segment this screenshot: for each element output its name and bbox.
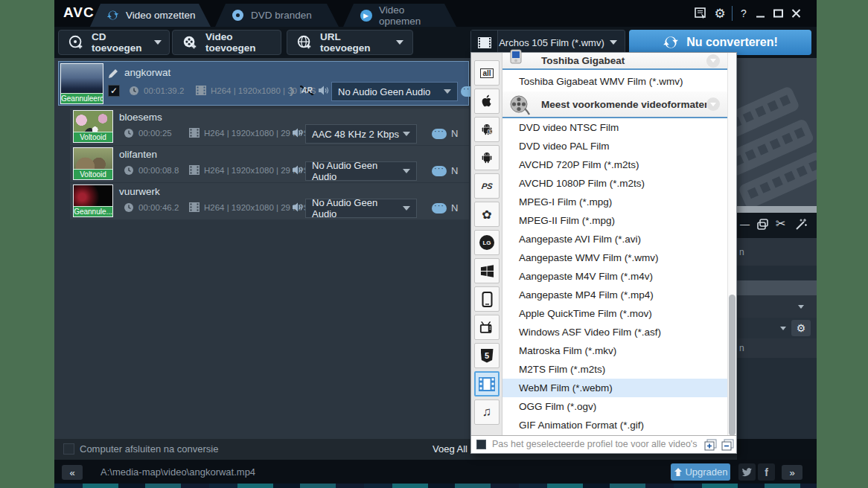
- format-option[interactable]: Aangepaste MP4 Film (*.mp4): [502, 286, 727, 304]
- select-checkbox[interactable]: ✓: [108, 85, 120, 97]
- expand-right-button[interactable]: »: [782, 465, 802, 480]
- tab-dvd-branden[interactable]: DVD branden: [215, 4, 339, 27]
- globe-plus-icon: [296, 34, 313, 51]
- apply-all-checkbox[interactable]: [476, 440, 486, 449]
- upgrade-button[interactable]: Upgraden: [671, 463, 730, 481]
- filter-samsung-android[interactable]: S: [474, 117, 500, 142]
- audio-track-dropdown[interactable]: No Audio Geen Audio: [305, 199, 417, 218]
- help-button[interactable]: ?: [736, 7, 751, 20]
- format-option[interactable]: Aangepaste AVI Film (*.avi): [502, 230, 727, 248]
- android-icon: [479, 150, 494, 166]
- output-panel: — ✂ n ⚙ n: [737, 58, 817, 439]
- voeg-all-label[interactable]: Voeg All: [433, 443, 467, 455]
- close-button[interactable]: [788, 7, 803, 20]
- clock-icon: [124, 128, 134, 138]
- panel-row-dropdown[interactable]: [737, 295, 817, 318]
- facebook-button[interactable]: f: [758, 463, 775, 481]
- format-option[interactable]: MPEG-II Film (*.mpg): [502, 211, 727, 230]
- format-option[interactable]: OGG Film (*.ogv): [502, 397, 727, 416]
- format-option[interactable]: AVCHD 1080P Film (*.m2ts): [502, 174, 727, 193]
- scrollbar-thumb[interactable]: [729, 295, 735, 436]
- video-row-olifanten[interactable]: Voltooid olifanten 00:00:08.8 H264 | 192…: [70, 146, 469, 182]
- filter-huawei[interactable]: ✿: [474, 202, 500, 227]
- minus-icon[interactable]: —: [740, 219, 750, 230]
- filter-lg[interactable]: LG: [474, 230, 500, 255]
- group-header-toshiba[interactable]: Toshiba Gigabeat: [502, 53, 727, 70]
- video-row-angkorwat[interactable]: Geannuleerd angkorwat ✓ 00:01:39.2 H264 …: [58, 61, 469, 106]
- rename-pencil-icon[interactable]: [108, 68, 118, 79]
- magic-wand-icon[interactable]: [795, 218, 808, 231]
- clipped-label: n: [739, 247, 744, 257]
- audio-track-dropdown[interactable]: No Audio Geen Audio: [305, 161, 417, 181]
- filter-android[interactable]: [474, 145, 500, 170]
- add-url-button[interactable]: URL toevoegen: [287, 30, 413, 55]
- format-option[interactable]: Aangepaste WMV Film (*.wmv): [502, 248, 727, 267]
- minimize-button[interactable]: [753, 7, 768, 20]
- expand-all-icon[interactable]: [704, 439, 718, 451]
- collapse-chevron-icon[interactable]: [706, 54, 720, 68]
- add-video-button[interactable]: Video toevoegen: [172, 30, 281, 55]
- filter-apple[interactable]: [474, 89, 500, 114]
- audio-track-dropdown[interactable]: No Audio Geen Audio: [331, 82, 458, 101]
- collapse-chevron-icon[interactable]: [706, 97, 720, 111]
- preview-slider[interactable]: [737, 206, 817, 213]
- panel-row[interactable]: [737, 280, 817, 295]
- output-profile-selector[interactable]: Archos 105 Film (*.wmv): [470, 30, 625, 55]
- speaker-icon: [292, 164, 303, 176]
- group-header-common-formats[interactable]: Meest voorkomende videoformaten: [502, 92, 727, 118]
- format-option[interactable]: Toshiba Gigabeat WMV Film (*.wmv): [502, 71, 727, 92]
- collapse-all-icon[interactable]: [721, 439, 735, 451]
- add-cd-button[interactable]: CD toevoegen: [58, 30, 170, 55]
- duration: 00:00:08.8: [138, 166, 179, 175]
- aspect-ratio-toggle[interactable]: AR: [300, 86, 313, 95]
- tab-video-omzetten[interactable]: Video omzetten: [90, 4, 211, 27]
- twitter-button[interactable]: [738, 463, 756, 481]
- settings-gear-icon[interactable]: ⚙: [712, 7, 727, 20]
- format-option[interactable]: Apple QuickTime Film (*.mov): [502, 304, 727, 323]
- collapse-left-button[interactable]: «: [62, 465, 83, 480]
- subtitle-bubble-icon[interactable]: [432, 203, 447, 214]
- video-name: olifanten: [119, 149, 157, 160]
- format-option[interactable]: AVCHD 720P Film (*.m2ts): [502, 155, 727, 174]
- format-option[interactable]: MPEG-I Film (*.mpg): [502, 193, 727, 211]
- filter-phone[interactable]: [474, 286, 500, 312]
- facebook-f-icon: f: [765, 466, 768, 478]
- subtitle-bubble-icon[interactable]: [432, 166, 447, 176]
- format-option[interactable]: Windows ASF Video Film (*.asf): [502, 323, 727, 341]
- filter-video-formats[interactable]: [474, 371, 500, 396]
- format-option[interactable]: Matroska Film (*.mkv): [502, 341, 727, 360]
- format-option[interactable]: GIF Animation Format (*.gif): [502, 416, 727, 434]
- status-badge: Geannuleerd: [61, 93, 103, 103]
- format-option[interactable]: DVD video NTSC Film: [502, 118, 727, 137]
- video-row-bloesems[interactable]: Voltooid bloesems 00:00:25 H264 | 1920x1…: [70, 109, 469, 145]
- log-menu-icon[interactable]: [693, 7, 708, 20]
- subtitle-bubble-icon[interactable]: [432, 129, 447, 139]
- video-row-vuurwerk[interactable]: Geannule... vuurwerk 00:00:46.2 H264 | 1…: [70, 183, 469, 219]
- filter-playstation[interactable]: PS: [474, 173, 500, 199]
- copy-icon[interactable]: [756, 218, 769, 231]
- filter-tv[interactable]: [474, 315, 500, 340]
- shutdown-checkbox[interactable]: [63, 443, 74, 455]
- format-option[interactable]: Aangepaste M4V Film (*.m4v): [502, 267, 727, 286]
- panel-row[interactable]: n: [737, 238, 817, 266]
- filter-html5[interactable]: 5: [474, 343, 500, 368]
- convert-now-button[interactable]: Nu converteren!: [629, 30, 811, 55]
- maximize-button[interactable]: [770, 7, 785, 20]
- filter-all-formats[interactable]: all: [474, 60, 500, 86]
- status-badge: Geannule...: [74, 206, 112, 216]
- filter-music[interactable]: ♫: [474, 399, 500, 425]
- format-list-scrollbar[interactable]: [727, 53, 736, 435]
- scissors-icon[interactable]: ✂: [776, 216, 785, 231]
- panel-row-settings[interactable]: ⚙: [737, 318, 817, 338]
- format-option[interactable]: M2TS Film (*.m2ts): [502, 360, 727, 379]
- app-logo: AVC: [63, 4, 95, 21]
- profile-gear-button[interactable]: ⚙: [791, 320, 811, 336]
- tab-video-opnemen[interactable]: ▶ Video opnemen: [343, 4, 456, 27]
- toshiba-device-icon: [508, 48, 523, 66]
- audio-track-dropdown[interactable]: AAC 48 KHz 2 Kbps 2 CH (...: [305, 124, 417, 144]
- format-option-selected[interactable]: WebM Film (*.webm): [502, 379, 727, 397]
- format-option[interactable]: DVD video PAL Film: [502, 137, 727, 155]
- record-play-icon: ▶: [360, 9, 372, 22]
- panel-row[interactable]: n: [737, 338, 817, 358]
- filter-windows[interactable]: [474, 258, 500, 283]
